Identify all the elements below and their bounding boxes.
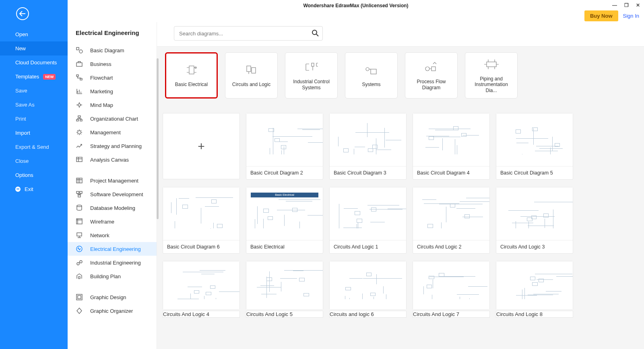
- subtype-process-flow-diagram[interactable]: Process Flow Diagram: [405, 52, 458, 99]
- template-caption: Basic Circuit Diagram 4: [413, 166, 489, 179]
- search-icon[interactable]: [312, 29, 319, 38]
- template-circuits-and-logic-7[interactable]: [413, 261, 490, 310]
- window-restore-button[interactable]: ❐: [624, 2, 629, 8]
- subtype-label: Systems: [362, 82, 380, 87]
- svg-rect-11: [76, 178, 82, 183]
- net-icon: [76, 232, 83, 239]
- db-icon: [76, 204, 83, 211]
- subtype-basic-electrical[interactable]: Basic Electrical: [165, 52, 218, 99]
- category-item-marketing[interactable]: Marketing: [68, 84, 157, 98]
- subtype-systems[interactable]: Systems: [345, 52, 398, 99]
- category-item-network[interactable]: Network: [68, 228, 157, 242]
- category-item-basic-diagram[interactable]: Basic Diagram: [68, 43, 157, 57]
- template-caption: Basic Circuit Diagram 6: [163, 240, 239, 253]
- category-item-analysis-canvas[interactable]: Analysis Canvas: [68, 153, 157, 166]
- template-thumbnail: [496, 113, 573, 166]
- menu-exit[interactable]: Exit: [0, 182, 68, 196]
- category-item-organizational-chart[interactable]: Organizational Chart: [68, 112, 157, 125]
- template-caption: Circuits And Logic 1: [330, 240, 406, 253]
- template-circuits-and-logic-3[interactable]: Circuits And Logic 3: [496, 187, 573, 254]
- category-item-business[interactable]: Business: [68, 57, 157, 71]
- subtype-circuits-and-logic[interactable]: Circuits and Logic: [225, 52, 278, 99]
- template-thumbnail: [246, 113, 323, 166]
- template-circuits-and-logic-1[interactable]: Circuits And Logic 1: [329, 187, 407, 254]
- category-item-mind-map[interactable]: Mind Map: [68, 98, 157, 112]
- menu-new[interactable]: New: [0, 41, 68, 55]
- template-basic-electrical[interactable]: Basic ElectricalBasic Electrical: [246, 187, 323, 254]
- chart-icon: [76, 88, 83, 95]
- category-item-strategy-and-planning[interactable]: Strategy and Planning: [68, 139, 157, 153]
- category-item-project-management[interactable]: Project Management: [68, 174, 157, 187]
- template-basic-circuit-diagram-5[interactable]: Basic Circuit Diagram 5: [496, 113, 573, 180]
- template-basic-circuit-diagram-3[interactable]: Basic Circuit Diagram 3: [329, 113, 407, 180]
- template-caption: Circuits And Logic 5: [246, 311, 323, 318]
- category-label: Database Modeling: [90, 205, 135, 211]
- category-item-database-modeling[interactable]: Database Modeling: [68, 201, 157, 215]
- svg-rect-17: [77, 233, 82, 236]
- svg-rect-21: [78, 277, 80, 279]
- template-caption: Circuits And Logic 8: [496, 311, 573, 318]
- template-circuits-and-logic-8[interactable]: [496, 261, 573, 310]
- category-label: Building Plan: [90, 273, 121, 279]
- svg-marker-24: [77, 308, 82, 314]
- template-basic-circuit-diagram-6[interactable]: Basic Circuit Diagram 6: [163, 187, 240, 254]
- menu-print[interactable]: Print: [0, 112, 68, 126]
- menu-options[interactable]: Options: [0, 168, 68, 182]
- menu-save[interactable]: Save: [0, 84, 68, 98]
- template-circuits-and-logic-6[interactable]: [329, 261, 407, 310]
- svg-rect-7: [76, 119, 78, 121]
- template-thumbnail: Basic Electrical: [246, 187, 323, 240]
- template-circuits-and-logic-2[interactable]: Circuits And Logic 2: [413, 187, 490, 254]
- subtype-icon: [183, 63, 200, 77]
- plus-icon: +: [198, 140, 205, 153]
- template-grid: +Basic Circuit Diagram 2Basic Circuit Di…: [157, 106, 644, 349]
- category-item-graphic-design[interactable]: Graphic Design: [68, 290, 157, 304]
- menu-open[interactable]: Open: [0, 27, 68, 41]
- category-label: Graphic Organizer: [90, 308, 133, 314]
- category-label: Electrical Engineering: [90, 246, 141, 252]
- category-label: Analysis Canvas: [90, 157, 129, 163]
- category-item-graphic-organizer[interactable]: Graphic Organizer: [68, 304, 157, 318]
- svg-rect-14: [78, 195, 80, 197]
- template-caption: Basic Circuit Diagram 2: [246, 166, 323, 179]
- back-button[interactable]: [16, 7, 29, 20]
- menu-save-as[interactable]: Save As: [0, 98, 68, 112]
- sign-in-link[interactable]: Sign In: [623, 13, 639, 19]
- category-item-software-development[interactable]: Software Development: [68, 187, 157, 201]
- svg-rect-23: [78, 296, 81, 299]
- template-basic-circuit-diagram-4[interactable]: Basic Circuit Diagram 4: [413, 113, 490, 180]
- menu-import[interactable]: Import: [0, 126, 68, 140]
- buy-now-button[interactable]: Buy Now: [584, 10, 618, 21]
- menu-templates[interactable]: Templates NEW: [0, 70, 68, 84]
- menu-close[interactable]: Close: [0, 154, 68, 168]
- file-menu-sidebar: Open New Cloud Documents Templates NEW S…: [0, 0, 68, 349]
- category-item-building-plan[interactable]: Building Plan: [68, 269, 157, 283]
- template-basic-circuit-diagram-2[interactable]: Basic Circuit Diagram 2: [246, 113, 323, 180]
- template-caption: Circuits And Logic 3: [496, 240, 573, 253]
- menu-export-send[interactable]: Export & Send: [0, 140, 68, 154]
- subtype-industrial-control-systems[interactable]: Industrial Control Systems: [285, 52, 338, 99]
- template-blank[interactable]: +: [163, 113, 240, 179]
- go-icon: [76, 307, 83, 314]
- category-item-wireframe[interactable]: Wireframe: [68, 215, 157, 228]
- subtype-piping-and-instrumentation-dia-[interactable]: Piping and Instrumentation Dia...: [465, 52, 518, 99]
- category-item-industrial-engineering[interactable]: Industrial Engineering: [68, 256, 157, 269]
- svg-rect-35: [431, 67, 436, 71]
- svg-rect-29: [247, 66, 251, 72]
- window-close-button[interactable]: ✕: [636, 2, 640, 8]
- menu-cloud-documents[interactable]: Cloud Documents: [0, 55, 68, 70]
- subtype-label: Piping and Instrumentation Dia...: [469, 76, 514, 93]
- template-circuits-and-logic-5[interactable]: [246, 261, 323, 310]
- window-minimize-button[interactable]: —: [612, 2, 617, 8]
- category-label: Strategy and Planning: [90, 143, 142, 149]
- category-item-flowchart[interactable]: Flowchart: [68, 71, 157, 84]
- search-input[interactable]: [174, 26, 323, 41]
- category-scrollbar[interactable]: [157, 58, 159, 219]
- category-item-management[interactable]: Management: [68, 125, 157, 139]
- category-label: Industrial Engineering: [90, 260, 141, 266]
- template-caption: Circuits And Logic 2: [413, 240, 489, 253]
- category-item-electrical-engineering[interactable]: Electrical Engineering: [68, 242, 157, 256]
- canvas-icon: [76, 156, 83, 163]
- svg-rect-2: [76, 63, 82, 66]
- template-circuits-and-logic-4[interactable]: [163, 261, 240, 310]
